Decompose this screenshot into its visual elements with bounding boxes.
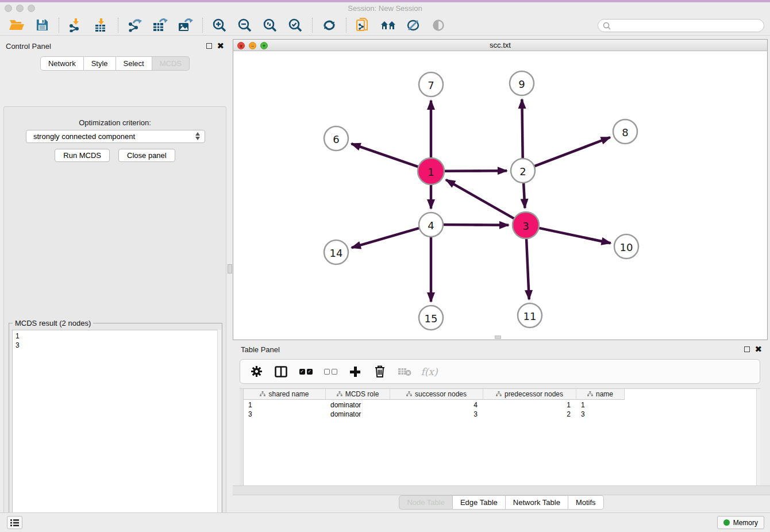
- add-column-icon[interactable]: [348, 364, 363, 379]
- close-window-icon[interactable]: [5, 5, 12, 12]
- maximize-view-icon[interactable]: +: [260, 42, 268, 49]
- import-network-icon[interactable]: [67, 17, 84, 33]
- node-label: 3: [522, 220, 529, 232]
- table-cell[interactable]: 1: [244, 400, 326, 410]
- graph-edge-3-10[interactable]: [538, 228, 611, 243]
- delete-table-icon[interactable]: [397, 364, 412, 379]
- graph-node-15[interactable]: 15: [419, 306, 443, 330]
- table-row[interactable]: 3dominator323: [244, 410, 625, 419]
- graph-edge-2-3[interactable]: [523, 182, 525, 208]
- export-network-icon[interactable]: [126, 17, 144, 33]
- node-label: 7: [428, 79, 434, 91]
- clone-network-icon[interactable]: [355, 17, 372, 33]
- minimize-view-icon[interactable]: –: [249, 42, 256, 49]
- delete-icon[interactable]: [372, 364, 387, 379]
- maximize-window-icon[interactable]: [28, 5, 35, 12]
- close-panel-button[interactable]: Close panel: [118, 149, 175, 162]
- table-cell[interactable]: 1: [576, 400, 625, 410]
- select-all-icon[interactable]: ✓✓: [298, 364, 313, 379]
- column-header-name[interactable]: name: [576, 389, 625, 399]
- import-table-icon[interactable]: [93, 17, 110, 33]
- table-cell[interactable]: 3: [244, 410, 326, 419]
- table-cell[interactable]: 3: [576, 410, 625, 419]
- graph-node-2[interactable]: 2: [511, 159, 535, 183]
- graph-edge-2-8[interactable]: [533, 137, 610, 167]
- run-mcds-button[interactable]: Run MCDS: [55, 149, 110, 162]
- table-scrollbar[interactable]: [756, 389, 760, 485]
- graph-node-6[interactable]: 6: [324, 126, 348, 151]
- zoom-out-icon[interactable]: [236, 17, 253, 33]
- column-edit-icon: [587, 390, 593, 398]
- table-hscrollbar[interactable]: [233, 485, 770, 495]
- graph-node-10[interactable]: 10: [614, 234, 638, 259]
- column-header-shared-name[interactable]: shared name: [244, 389, 326, 399]
- save-session-icon[interactable]: [33, 17, 51, 33]
- export-table-icon[interactable]: [152, 17, 169, 33]
- graph-edge-3-11[interactable]: [526, 237, 529, 299]
- float-panel-icon[interactable]: [206, 43, 212, 49]
- tab-select[interactable]: Select: [116, 56, 152, 71]
- first-neighbors-icon[interactable]: [321, 17, 338, 33]
- mcds-result-text[interactable]: 1 3: [12, 330, 219, 532]
- graph-edge-1-6[interactable]: [351, 144, 419, 167]
- function-builder-icon[interactable]: f(x): [422, 364, 437, 379]
- graph-node-1[interactable]: 1: [418, 158, 444, 184]
- table-cell[interactable]: 2: [483, 410, 576, 419]
- home-icons[interactable]: [380, 17, 397, 33]
- eye-icon[interactable]: [430, 17, 448, 33]
- graph-node-7[interactable]: 7: [419, 72, 443, 97]
- tab-style[interactable]: Style: [84, 56, 116, 71]
- column-header-MCDS-role[interactable]: MCDS role: [326, 389, 390, 399]
- zoom-in-icon[interactable]: [211, 17, 228, 33]
- graph-edge-3-1[interactable]: [446, 180, 515, 219]
- graph-node-3[interactable]: 3: [513, 212, 539, 238]
- panel-divider-handle[interactable]: [228, 264, 232, 273]
- table-cell[interactable]: 3: [390, 410, 483, 419]
- table-cell[interactable]: 4: [390, 400, 483, 410]
- network-view-window: x – + scc.txt 7968124314101511: [233, 39, 768, 340]
- open-file-icon[interactable]: [8, 17, 25, 33]
- float-table-panel-icon[interactable]: [744, 346, 750, 352]
- tab-mcds[interactable]: MCDS: [152, 56, 190, 71]
- graph-edge-4-14[interactable]: [352, 228, 421, 248]
- graph-edge-2-9[interactable]: [522, 99, 522, 160]
- network-canvas[interactable]: 7968124314101511: [233, 51, 767, 340]
- search-icon: [603, 22, 611, 30]
- control-panel: Control Panel ✖ NetworkStyleSelectMCDS O…: [0, 39, 230, 512]
- window-resize-grip[interactable]: [495, 336, 501, 339]
- tab-edge-table[interactable]: Edge Table: [453, 495, 506, 510]
- result-scrollbar[interactable]: [217, 330, 221, 532]
- column-header-predecessor-nodes[interactable]: predecessor nodes: [483, 389, 576, 399]
- split-columns-icon[interactable]: [274, 364, 288, 379]
- table-row[interactable]: 1dominator411: [244, 400, 625, 410]
- close-view-icon[interactable]: x: [237, 42, 245, 49]
- memory-button[interactable]: Memory: [717, 516, 764, 529]
- gear-icon[interactable]: [249, 364, 264, 379]
- column-header-successor-nodes[interactable]: successor nodes: [390, 389, 483, 399]
- table-cell[interactable]: 1: [483, 400, 576, 410]
- graph-node-4[interactable]: 4: [419, 213, 443, 237]
- tab-node-table[interactable]: Node Table: [399, 495, 453, 510]
- tab-motifs[interactable]: Motifs: [568, 495, 604, 510]
- tab-network-table[interactable]: Network Table: [506, 495, 568, 510]
- close-table-panel-icon[interactable]: ✖: [754, 346, 762, 352]
- zoom-selected-icon[interactable]: [287, 17, 304, 33]
- table-cell[interactable]: dominator: [326, 400, 390, 410]
- minimize-window-icon[interactable]: [16, 5, 24, 12]
- graph-node-9[interactable]: 9: [510, 71, 534, 95]
- show-panels-button[interactable]: [7, 516, 22, 529]
- zoom-fit-icon[interactable]: [261, 17, 279, 33]
- optimization-dropdown[interactable]: strongly connected component: [26, 130, 205, 143]
- table-cell[interactable]: dominator: [326, 410, 390, 419]
- export-image-icon[interactable]: [177, 17, 194, 33]
- deselect-all-icon[interactable]: [323, 364, 338, 379]
- tab-network[interactable]: Network: [40, 56, 84, 71]
- close-panel-icon[interactable]: ✖: [217, 43, 224, 49]
- network-window-titlebar[interactable]: x – + scc.txt: [233, 40, 767, 51]
- search-input[interactable]: [611, 20, 764, 32]
- graph-node-8[interactable]: 8: [613, 119, 637, 144]
- graph-node-14[interactable]: 14: [324, 240, 348, 264]
- search-field[interactable]: [598, 19, 764, 32]
- graph-node-11[interactable]: 11: [518, 303, 542, 327]
- hide-details-icon[interactable]: [405, 17, 422, 33]
